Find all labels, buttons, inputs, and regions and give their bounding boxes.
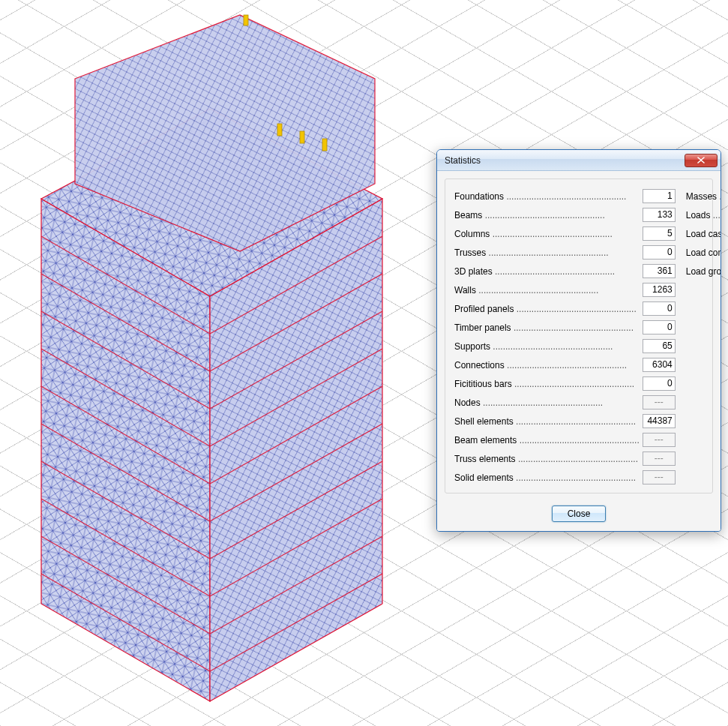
stat-value: 0 — [643, 320, 676, 334]
stat-value: 0 — [643, 302, 676, 316]
stats-left-column: Foundations1Beams133Columns5Trusses03D p… — [454, 188, 676, 485]
stat-value: --- — [643, 395, 676, 410]
stat-row: Columns5 — [454, 226, 676, 242]
stat-label: Shell elements — [454, 416, 640, 427]
stat-value: --- — [643, 470, 676, 484]
stat-label: Beam elements — [454, 435, 640, 446]
stat-label: 3D plates — [454, 266, 640, 277]
stat-label: Solid elements — [454, 472, 640, 483]
stat-label: Load cases — [686, 229, 721, 239]
stat-value: 1 — [643, 189, 676, 203]
stat-label: Columns — [454, 229, 640, 239]
stat-value: 133 — [643, 208, 676, 222]
stat-row: Ficititious bars0 — [454, 376, 676, 392]
stat-row: Timber panels0 — [454, 320, 676, 335]
close-icon[interactable] — [685, 154, 718, 167]
stat-value: 5 — [643, 226, 676, 241]
stat-value: --- — [643, 452, 676, 466]
stat-row: Load cases17 — [686, 226, 721, 242]
stat-label: Timber panels — [454, 322, 640, 333]
stat-value: 0 — [643, 376, 676, 391]
stat-row: Profiled panels0 — [454, 301, 676, 316]
stats-right-column: Masses0Loads2479Load cases17Load combina… — [686, 188, 721, 485]
stat-row: Truss elements--- — [454, 451, 676, 466]
stat-label: Truss elements — [454, 454, 640, 464]
stat-value: 6304 — [643, 358, 676, 372]
stat-label: Load combinations — [686, 248, 721, 258]
stat-label: Load groups — [686, 266, 721, 277]
stat-label: Loads — [686, 210, 721, 220]
stat-value: 44387 — [643, 414, 676, 428]
stat-label: Walls — [454, 285, 640, 296]
stat-row: Solid elements--- — [454, 470, 676, 485]
stat-row: Loads2479 — [686, 207, 721, 223]
stat-value: 0 — [643, 245, 676, 260]
dialog-titlebar[interactable]: Statistics — [437, 150, 721, 171]
dialog-button-row: Close — [437, 498, 721, 531]
stat-value: 65 — [643, 339, 676, 353]
dialog-body: Foundations1Beams133Columns5Trusses03D p… — [437, 171, 721, 498]
dialog-title: Statistics — [445, 155, 685, 166]
stat-row: Connections6304 — [454, 357, 676, 373]
close-button[interactable]: Close — [552, 506, 606, 522]
stat-row: Beam elements--- — [454, 432, 676, 448]
stat-row: Masses0 — [686, 188, 721, 204]
stat-row: Walls1263 — [454, 282, 676, 298]
stat-value: --- — [643, 433, 676, 447]
stats-fieldset: Foundations1Beams133Columns5Trusses03D p… — [445, 178, 713, 494]
stat-row: Supports65 — [454, 338, 676, 354]
stat-label: Nodes — [454, 398, 640, 408]
stat-value: 1263 — [643, 283, 676, 297]
stat-label: Trusses — [454, 248, 640, 258]
stat-label: Masses — [686, 191, 721, 202]
stat-label: Supports — [454, 341, 640, 352]
stat-row: Shell elements44387 — [454, 413, 676, 429]
stat-row: Nodes--- — [454, 394, 676, 410]
stat-row: Load combinations50 — [686, 244, 721, 260]
statistics-dialog: Statistics Foundations1Beams133Columns5T… — [436, 149, 721, 532]
stat-label: Connections — [454, 360, 640, 370]
stat-label: Ficititious bars — [454, 379, 640, 389]
stat-label: Foundations — [454, 191, 640, 202]
stat-row: Foundations1 — [454, 188, 676, 204]
stat-value: 361 — [643, 264, 676, 278]
stat-row: Trusses0 — [454, 244, 676, 260]
stat-row: Beams133 — [454, 207, 676, 223]
stat-row: Load groups0 — [686, 263, 721, 279]
stat-row: 3D plates361 — [454, 263, 676, 279]
stat-label: Profiled panels — [454, 304, 640, 314]
stat-label: Beams — [454, 210, 640, 220]
